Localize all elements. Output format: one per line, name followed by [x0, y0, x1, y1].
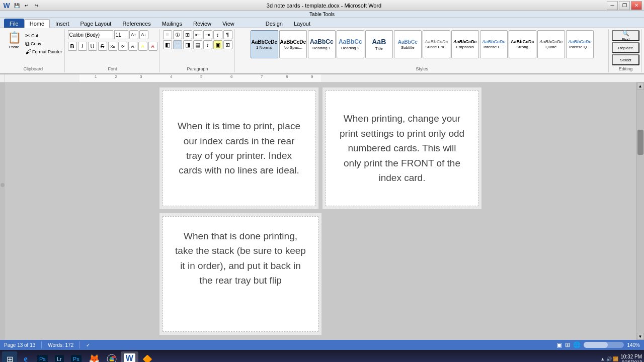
font-row-2: B I U S X₂ X² A A A	[68, 42, 157, 51]
underline-button[interactable]: U	[88, 42, 97, 51]
card-1-inner[interactable]: When it is time to print, place our inde…	[163, 90, 315, 206]
tab-layout[interactable]: Layout	[288, 19, 316, 28]
table-tools-banner: Table Tools	[0, 11, 644, 18]
multilevel-button[interactable]: ⊞	[183, 30, 192, 39]
copy-icon: ⧉	[25, 40, 30, 47]
styles-group: AaBbCcDc 1 Normal AaBbCcDc No Spac... Aa…	[236, 29, 609, 72]
tab-review[interactable]: Review	[188, 19, 217, 28]
bullets-button[interactable]: ≡	[163, 30, 172, 39]
start-button[interactable]: ⊞	[2, 351, 17, 362]
decrease-indent-button[interactable]: ⇤	[193, 30, 202, 39]
proofing-icon[interactable]: ✓	[86, 342, 90, 348]
italic-button[interactable]: I	[78, 42, 87, 51]
style-quote[interactable]: AaBbCcDc Quote	[537, 30, 565, 58]
tab-design[interactable]: Design	[260, 19, 288, 28]
font-row-1: A↑ A↓	[68, 30, 148, 39]
align-left-button[interactable]: ◧	[163, 40, 172, 49]
para-row-1: ≡ ① ⊞ ⇤ ⇥ ↕ ¶	[163, 30, 232, 39]
format-painter-button[interactable]: 🖌 Format Painter	[25, 48, 62, 55]
bold-button[interactable]: B	[68, 42, 77, 51]
taskbar-lightroom[interactable]: Lr	[52, 351, 67, 362]
restore-button[interactable]: ❐	[619, 1, 630, 10]
card-3-inner[interactable]: When that is done printing, take the sta…	[163, 216, 318, 332]
style-subtitle[interactable]: AaBbCc Subtitle	[394, 30, 422, 58]
ps-icon: Ps	[37, 355, 48, 362]
find-button[interactable]: 🔍 Find	[612, 30, 639, 41]
subscript-button[interactable]: X₂	[108, 42, 117, 51]
font-color-button[interactable]: A	[148, 42, 157, 51]
superscript-button[interactable]: X²	[118, 42, 127, 51]
card-2-inner[interactable]: When printing, change your print setting…	[326, 90, 478, 206]
taskbar-photoshop2[interactable]: Ps	[68, 351, 85, 362]
style-strong[interactable]: AaBbCcDc Strong	[509, 30, 536, 58]
style-title[interactable]: AaB Title	[365, 30, 393, 58]
style-no-space[interactable]: AaBbCcDc No Spac...	[279, 30, 307, 58]
increase-indent-button[interactable]: ⇥	[203, 30, 212, 39]
undo-icon[interactable]: ↩	[22, 2, 31, 10]
taskbar-firefox[interactable]: 🦊	[86, 351, 103, 362]
font-name-input[interactable]	[68, 30, 113, 39]
editing-content: 🔍 Find Replace Select	[612, 30, 639, 65]
style-intense-q[interactable]: AaBbCcDc Intense Q...	[566, 30, 594, 58]
view-web-icon[interactable]: 🌐	[573, 341, 581, 348]
strikethrough-button[interactable]: S	[98, 42, 107, 51]
lr-icon: Lr	[55, 355, 64, 362]
style-heading2[interactable]: AaBbCc Heading 2	[337, 30, 364, 58]
scroll-track[interactable]	[636, 89, 644, 333]
firefox-icon: 🦊	[89, 353, 100, 362]
zoom-slider[interactable]	[584, 342, 624, 348]
cut-label: Cut	[31, 33, 38, 38]
copy-button[interactable]: ⧉ Copy	[25, 40, 62, 47]
tab-page-layout[interactable]: Page Layout	[75, 19, 117, 28]
style-heading1[interactable]: AaBbCc Heading 1	[308, 30, 336, 58]
vertical-scrollbar[interactable]: ▲ ▼	[636, 82, 644, 340]
align-center-button[interactable]: ≡	[173, 40, 182, 49]
tab-home[interactable]: Home	[24, 19, 50, 28]
taskbar-chrome[interactable]	[104, 351, 120, 362]
taskbar-vlc[interactable]: 🔶	[139, 351, 155, 362]
borders-button[interactable]: ⊞	[223, 40, 232, 49]
highlight-button[interactable]: A	[138, 42, 147, 51]
cut-button[interactable]: ✂ Cut	[25, 32, 62, 39]
scroll-down-button[interactable]: ▼	[637, 333, 644, 340]
justify-button[interactable]: ▤	[193, 40, 202, 49]
view-print-icon[interactable]: ▣	[556, 341, 562, 348]
paste-button[interactable]: 📋 Paste	[4, 30, 24, 50]
font-size-input[interactable]	[114, 30, 128, 39]
close-button[interactable]: ✕	[631, 1, 642, 10]
taskbar-ie[interactable]: e	[18, 351, 33, 362]
tab-mailings[interactable]: Mailings	[156, 19, 188, 28]
align-right-button[interactable]: ◨	[183, 40, 192, 49]
ps2-icon: Ps	[71, 355, 82, 362]
scroll-thumb[interactable]	[637, 130, 643, 155]
style-normal[interactable]: AaBbCcDc 1 Normal	[251, 30, 278, 58]
shrink-font-button[interactable]: A↓	[139, 30, 148, 39]
tab-insert[interactable]: Insert	[50, 19, 75, 28]
minimize-button[interactable]: ─	[607, 1, 618, 10]
taskbar-photoshop[interactable]: Ps	[34, 351, 51, 362]
show-marks-button[interactable]: ¶	[223, 30, 232, 39]
scroll-up-button[interactable]: ▲	[637, 82, 644, 89]
shading-button[interactable]: ▣	[213, 40, 222, 49]
text-effects-button[interactable]: A	[128, 42, 137, 51]
replace-label: Replace	[618, 46, 633, 50]
style-intense-em[interactable]: AaBbCcDc Intense E...	[480, 30, 508, 58]
tab-references[interactable]: References	[117, 19, 156, 28]
cut-icon: ✂	[25, 32, 30, 39]
view-fullscreen-icon[interactable]: ⊞	[565, 341, 570, 348]
style-subtle-em[interactable]: AaBbCcDc Subtle Em...	[423, 30, 450, 58]
sort-button[interactable]: ↕	[213, 30, 222, 39]
tab-file[interactable]: File	[4, 19, 24, 28]
save-icon[interactable]: 💾	[12, 2, 21, 10]
tab-view[interactable]: View	[217, 19, 240, 28]
replace-button[interactable]: Replace	[612, 42, 639, 53]
redo-icon[interactable]: ↪	[32, 2, 41, 10]
line-spacing-button[interactable]: ↕	[203, 40, 212, 49]
paragraph-content: ≡ ① ⊞ ⇤ ⇥ ↕ ¶ ◧ ≡ ◨ ▤ ↕ ▣ ⊞	[163, 30, 232, 65]
select-button[interactable]: Select	[612, 54, 639, 65]
copy-label: Copy	[31, 41, 41, 46]
numbering-button[interactable]: ①	[173, 30, 182, 39]
taskbar-word[interactable]: W	[121, 351, 138, 362]
grow-font-button[interactable]: A↑	[129, 30, 138, 39]
style-emphasis[interactable]: AaBbCcDc Emphasis	[451, 30, 479, 58]
